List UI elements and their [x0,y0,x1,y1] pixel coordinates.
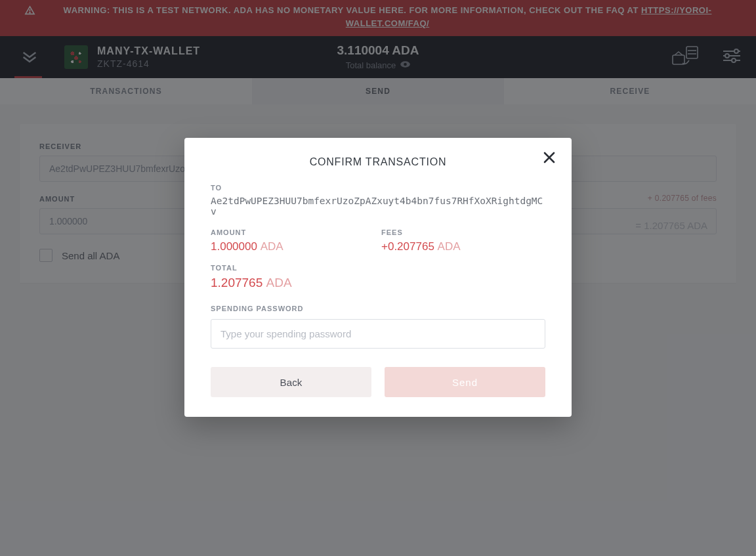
spending-password-label: SPENDING PASSWORD [211,305,545,312]
close-icon[interactable] [543,151,556,167]
to-label: TO [211,184,545,192]
modal-fees-value: +0.207765 ADA [381,240,545,253]
to-address: Ae2tdPwUPEZ3HUU7bmfexrUzoZpAZxuyt4b4bn7f… [211,196,545,217]
modal-amount-label: AMOUNT [211,228,375,236]
confirm-transaction-modal: CONFIRM TRANSACTION TO Ae2tdPwUPEZ3HUU7b… [184,138,572,417]
modal-title: CONFIRM TRANSACTION [204,156,552,168]
modal-fees-label: FEES [381,228,545,236]
send-button[interactable]: Send [385,367,545,397]
modal-total-value: 1.207765 ADA [211,276,545,290]
modal-total-label: TOTAL [211,264,545,272]
spending-password-input[interactable] [211,319,545,349]
modal-amount-value: 1.000000 ADA [211,240,375,253]
back-button[interactable]: Back [211,367,371,397]
modal-overlay: CONFIRM TRANSACTION TO Ae2tdPwUPEZ3HUU7b… [0,0,756,556]
